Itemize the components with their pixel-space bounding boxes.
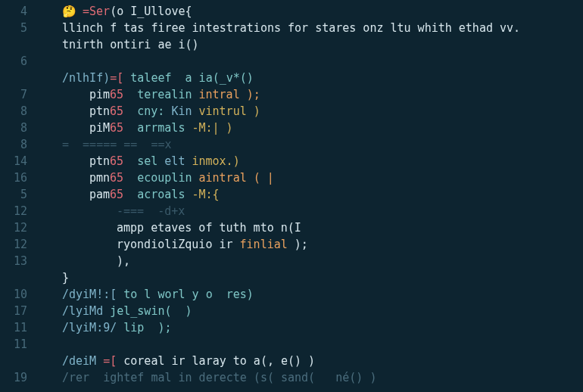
code-line: /nlhIf)=[ taleef a ia(_v*(): [62, 70, 583, 86]
line-number: [0, 353, 41, 369]
code-line: pim65 terealin intral );: [62, 86, 583, 103]
code-line: /dyiM!:[ to l worl y o res): [62, 286, 583, 303]
code-line: 🤔 =Ser(o I_Ullove{: [62, 3, 583, 20]
line-number: 8: [0, 120, 41, 136]
line-number: [0, 269, 41, 286]
line-number: 5: [0, 20, 41, 36]
code-line: /lyiMd jel_swin( ): [62, 303, 583, 319]
code-line: ampp etaves of tuth mto n(I: [62, 219, 583, 236]
line-number: [0, 386, 41, 392]
code-line: [62, 336, 583, 353]
line-number: 19: [0, 369, 41, 386]
line-number: 11: [0, 336, 41, 353]
code-line: [62, 53, 583, 70]
line-number: 12: [0, 236, 41, 253]
line-number: 10: [0, 286, 41, 303]
line-number: 16: [0, 170, 41, 186]
line-number: 13: [0, 253, 41, 269]
line-number: 4: [0, 3, 41, 20]
line-number: 8: [0, 136, 41, 153]
line-number: 8: [0, 103, 41, 120]
line-number: 17: [0, 303, 41, 319]
code-line: -=== -d+x: [62, 203, 583, 219]
line-number: [0, 70, 41, 86]
code-line: /lyiM:9/ lip );: [62, 319, 583, 336]
line-number: 11: [0, 319, 41, 336]
code-line: = ===== == ==x: [62, 136, 583, 153]
thinking-icon: 🤔: [62, 3, 76, 20]
code-line: /deiM =[ coreal ir laray to a(, e() ): [62, 353, 583, 369]
code-line: tnirth ontiri ae i(): [62, 36, 583, 53]
line-number: 14: [0, 153, 41, 170]
code-line: ptn65 cny: Kin vintrul ): [62, 103, 583, 120]
line-number: 5: [0, 186, 41, 203]
code-line: ),: [62, 253, 583, 269]
code-editor: 456788814165121212131017111119 🤔 =Ser(o …: [0, 0, 583, 392]
code-area[interactable]: 🤔 =Ser(o I_Ullove{llinch f tas firee int…: [41, 0, 583, 392]
code-line: /rer ightef mal in derecte (s( sand( né(…: [62, 369, 583, 386]
code-line: ryondioliZquio ir finlial );: [62, 236, 583, 253]
code-line: piM65 arrmals -M:| ): [62, 120, 583, 136]
line-number: 12: [0, 203, 41, 219]
line-number: 6: [0, 53, 41, 70]
code-line: llinch f tas firee intestrations for sta…: [62, 20, 583, 36]
line-number-gutter: 456788814165121212131017111119: [0, 0, 41, 392]
code-line: pam65 acroals -M:{: [62, 186, 583, 203]
line-number: 12: [0, 219, 41, 236]
code-line: }: [62, 269, 583, 286]
line-number: 7: [0, 86, 41, 103]
code-line: pmn65 ecouplin aintral ( |: [62, 170, 583, 186]
line-number: [0, 36, 41, 53]
code-line: ptn65 sel elt inmox.): [62, 153, 583, 170]
